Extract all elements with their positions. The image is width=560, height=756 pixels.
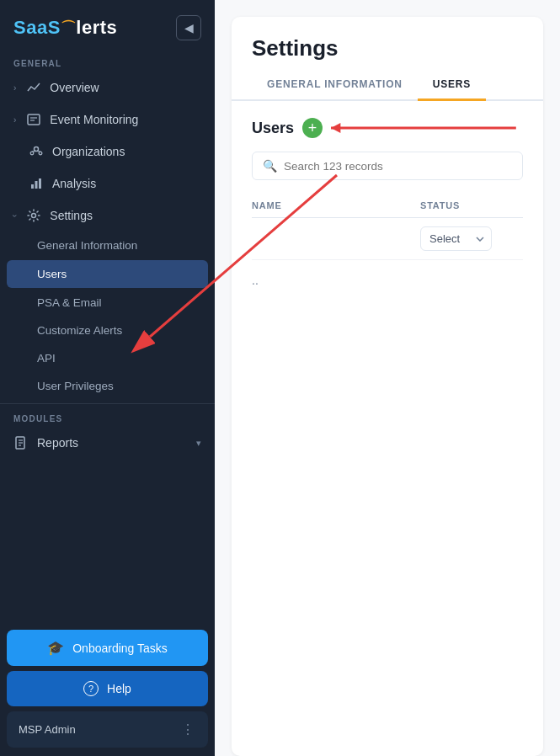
section-divider (0, 403, 215, 404)
sidebar-item-overview[interactable]: › Overview (0, 72, 215, 104)
filter-row: Select Active Inactive (252, 218, 523, 260)
sidebar-subitem-users[interactable]: Users (7, 260, 208, 288)
onboarding-tasks-label: Onboarding Tasks (72, 642, 168, 655)
sidebar-subitem-user-privileges-label: User Privileges (37, 380, 114, 392)
collapse-icon: ◀ (184, 21, 194, 35)
settings-icon (26, 208, 41, 223)
users-title: Users (252, 120, 294, 137)
svg-point-4 (30, 152, 34, 155)
user-label: MSP Admin (19, 723, 76, 736)
svg-point-11 (32, 214, 36, 218)
chevron-down-icon: › (10, 214, 19, 216)
svg-point-3 (35, 147, 39, 152)
search-bar[interactable]: 🔍 (252, 152, 523, 180)
sidebar-subitem-user-privileges[interactable]: User Privileges (0, 372, 215, 400)
sidebar-subitem-customize-alerts[interactable]: Customize Alerts (0, 317, 215, 344)
add-icon: + (308, 120, 317, 136)
page-title: Settings (232, 17, 543, 61)
sidebar-subitem-psa-email-label: PSA & Email (37, 296, 102, 309)
chevron-right-icon: › (13, 83, 16, 93)
search-icon: 🔍 (263, 159, 277, 173)
svg-line-7 (36, 152, 40, 152)
sidebar-item-organizations[interactable]: Organizations (0, 136, 215, 168)
main-content: Settings GENERAL INFORMATION USERS Users… (215, 0, 560, 756)
sidebar-item-event-monitoring[interactable]: › Event Monitoring (0, 104, 215, 136)
analysis-icon (29, 176, 44, 191)
settings-panel: Settings GENERAL INFORMATION USERS Users… (232, 17, 543, 756)
column-header-status: STATUS (420, 200, 523, 210)
status-filter-select[interactable]: Select Active Inactive (420, 226, 492, 251)
tabs-bar: GENERAL INFORMATION USERS (232, 70, 543, 101)
search-input[interactable] (284, 160, 512, 173)
logo-wifi-icon: ⌒ (61, 19, 77, 36)
reports-chevron-down-icon: ▾ (196, 438, 201, 449)
red-arrow-line (331, 118, 523, 138)
svg-line-6 (32, 152, 36, 152)
svg-rect-10 (39, 178, 41, 189)
svg-point-5 (39, 152, 42, 155)
sidebar-item-analysis[interactable]: Analysis (0, 168, 215, 200)
organizations-icon (29, 144, 44, 159)
sidebar-item-organizations-label: Organizations (52, 145, 125, 158)
sidebar-subitem-general-information-label: General Information (37, 239, 137, 252)
logo: SaaS⌒lerts (13, 17, 117, 39)
sidebar-subitem-api-label: API (37, 352, 56, 365)
sidebar-item-reports[interactable]: Reports ▾ (0, 427, 215, 459)
overview-icon (26, 80, 41, 95)
sidebar-subitem-users-label: Users (37, 268, 67, 280)
sidebar-item-settings[interactable]: › Settings (0, 200, 215, 232)
user-card[interactable]: MSP Admin ⋮ (7, 711, 208, 748)
sidebar-nav: GENERAL › Overview › Event Monitoring Or… (0, 52, 215, 623)
tab-users[interactable]: USERS (418, 70, 486, 101)
sidebar-logo-area: SaaS⌒lerts ◀ (0, 0, 215, 52)
loading-indicator: .. (252, 260, 523, 294)
onboarding-tasks-button[interactable]: 🎓 Onboarding Tasks (7, 630, 208, 666)
sidebar-item-analysis-label: Analysis (52, 177, 96, 190)
sidebar-bottom: 🎓 Onboarding Tasks ? Help MSP Admin ⋮ (0, 623, 215, 756)
sidebar-subitem-general-information[interactable]: General Information (0, 232, 215, 259)
tab-general-information[interactable]: GENERAL INFORMATION (252, 70, 418, 101)
modules-section-label: MODULES (0, 407, 215, 427)
table-header: NAME STATUS (252, 194, 523, 218)
help-label: Help (107, 682, 131, 695)
svg-marker-17 (331, 123, 340, 133)
sidebar-item-overview-label: Overview (50, 81, 99, 94)
event-monitoring-icon (26, 112, 41, 127)
sidebar-subitem-customize-alerts-label: Customize Alerts (37, 324, 122, 337)
content-area: Users + 🔍 NAME STAT (232, 101, 543, 756)
chevron-right-icon-em: › (13, 115, 16, 125)
onboarding-icon: 🎓 (47, 640, 64, 656)
sidebar-item-settings-label: Settings (50, 209, 93, 222)
arrow-annotation (331, 118, 523, 138)
sidebar-subitem-api[interactable]: API (0, 344, 215, 372)
users-header: Users + (252, 118, 523, 138)
reports-item-left: Reports (13, 435, 78, 450)
logo-saas: SaaS (13, 17, 61, 38)
svg-rect-0 (28, 114, 40, 125)
logo-alerts: lerts (76, 17, 117, 38)
sidebar-item-reports-label: Reports (37, 436, 78, 450)
svg-rect-8 (31, 184, 34, 189)
reports-icon (13, 435, 29, 450)
user-menu-icon: ⋮ (181, 721, 196, 737)
general-section-label: GENERAL (0, 52, 215, 72)
sidebar-subitem-psa-email[interactable]: PSA & Email (0, 289, 215, 317)
column-header-name: NAME (252, 200, 420, 210)
add-user-button[interactable]: + (302, 118, 323, 138)
svg-rect-9 (35, 181, 38, 189)
help-button[interactable]: ? Help (7, 671, 208, 706)
help-icon: ? (83, 681, 99, 696)
sidebar-collapse-button[interactable]: ◀ (176, 15, 201, 40)
sidebar-item-event-monitoring-label: Event Monitoring (50, 113, 138, 126)
sidebar: SaaS⌒lerts ◀ GENERAL › Overview › Event … (0, 0, 215, 756)
